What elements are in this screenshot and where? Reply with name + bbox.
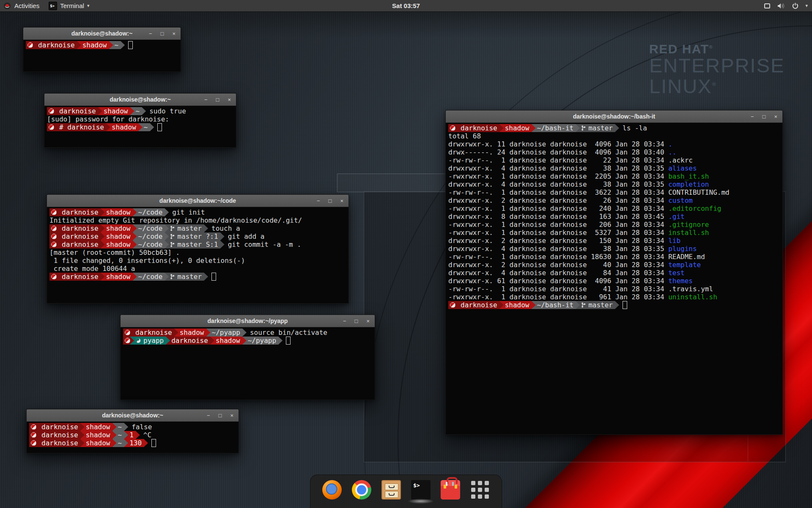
maximize-button[interactable]: □ xyxy=(329,198,332,204)
prompt-segment: master S:1 xyxy=(165,240,224,248)
window-titlebar[interactable]: darknoise@shadow:~/pyapp−□× xyxy=(121,315,375,327)
window-titlebar[interactable]: darknoise@shadow:~/bash-it−□× xyxy=(446,110,782,123)
minimize-button[interactable]: − xyxy=(149,31,152,36)
window-titlebar[interactable]: darknoise@shadow:~/code−□× xyxy=(47,195,348,207)
desktop: RED HAT® ENTERPRISE LINUX® Activities $>… xyxy=(0,0,812,508)
prompt-segment: shadow xyxy=(101,273,137,281)
maximize-button[interactable]: □ xyxy=(355,318,358,324)
file-name: CONTRIBUTING.md xyxy=(668,188,730,196)
terminal-window-home-small[interactable]: darknoise@shadow:~−□×darknoiseshadow~ xyxy=(23,27,181,72)
tool xyxy=(452,482,454,486)
terminal-body[interactable]: darknoiseshadow~falsedarknoiseshadow~1^C… xyxy=(27,422,239,448)
redhat-prompt-icon xyxy=(125,330,130,335)
close-button[interactable]: × xyxy=(366,318,370,324)
drawer xyxy=(385,483,398,490)
window-title: darknoise@shadow:~ xyxy=(102,412,163,419)
terminal-line: drwxrwxr-x. 4 darknoise darknoise 38 Jan… xyxy=(448,180,780,188)
terminal-line: pyappdarknoiseshadow~/pyapp xyxy=(123,337,372,345)
terminal-line: drwxrwxr-x. 2 darknoise darknoise 40 Jan… xyxy=(448,261,780,269)
prompt-segment: shadow xyxy=(101,232,137,240)
file-manager-icon[interactable] xyxy=(381,480,401,500)
terminal-line: darknoiseshadow~/pyappsource bin/activat… xyxy=(123,329,372,337)
file-name: plugins xyxy=(668,245,697,253)
terminal-app-icon: $> xyxy=(49,2,57,10)
terminal-body[interactable]: darknoiseshadow~ xyxy=(23,40,181,50)
maximize-button[interactable]: □ xyxy=(216,97,219,102)
terminal-body[interactable]: darknoiseshadow~sudo true[sudo] password… xyxy=(44,106,236,133)
display-icon xyxy=(764,3,771,9)
minimize-button[interactable]: − xyxy=(204,97,208,102)
terminal-window-bashit[interactable]: darknoise@shadow:~/bash-it−□×darknoisesh… xyxy=(445,110,783,435)
system-status-area[interactable]: ▾ xyxy=(764,3,808,9)
close-button[interactable]: × xyxy=(230,413,233,418)
prompt-segment: master xyxy=(576,124,619,132)
minimize-button[interactable]: − xyxy=(343,318,346,324)
prompt-segment: darknoise xyxy=(130,329,178,337)
file-name: .travis.yml xyxy=(668,285,713,293)
terminal-line: drwxrwxr-x. 2 darknoise darknoise 26 Jan… xyxy=(448,196,780,204)
terminal-line: Initialized empty Git repository in /hom… xyxy=(49,216,346,224)
terminal-body[interactable]: darknoiseshadow~/codegit initInitialized… xyxy=(47,207,348,282)
prompt-segment: # darknoise xyxy=(54,123,110,131)
terminal-line: total 68 xyxy=(448,132,780,140)
window-titlebar[interactable]: darknoise@shadow:~−□× xyxy=(44,94,236,106)
maximize-button[interactable]: □ xyxy=(763,114,766,119)
clasp xyxy=(455,485,457,489)
maximize-button[interactable]: □ xyxy=(219,413,222,418)
terminal-line: -rwxrwxr-x. 1 darknoise darknoise 5327 J… xyxy=(448,229,780,237)
command-text: git init xyxy=(172,208,205,216)
minimize-button[interactable]: − xyxy=(317,198,320,204)
terminal-line: # darknoiseshadow~ xyxy=(47,123,233,131)
file-name: uninstall.sh xyxy=(668,293,717,301)
terminal-window-code[interactable]: darknoise@shadow:~/code−□×darknoiseshado… xyxy=(47,194,349,304)
close-button[interactable]: × xyxy=(340,198,343,204)
terminal-window-sudo[interactable]: darknoise@shadow:~−□×darknoiseshadow~sud… xyxy=(44,93,236,148)
prompt-segment: darknoise xyxy=(54,107,102,115)
minimize-button[interactable]: − xyxy=(751,114,754,119)
command-text: git commit -a -m . xyxy=(228,240,301,248)
prompt-segment: master xyxy=(165,224,208,232)
terminal-icon[interactable]: $> xyxy=(411,480,431,500)
terminal-line: -rwxrwxr-x. 1 darknoise darknoise 206 Ja… xyxy=(448,221,780,229)
terminal-cursor xyxy=(623,301,627,309)
terminal-line: drwxrwxr-x. 4 darknoise darknoise 84 Jan… xyxy=(448,269,780,277)
prompt-segment: pyapp xyxy=(130,337,170,345)
redhat-prompt-icon xyxy=(27,42,33,48)
terminal-cursor xyxy=(157,123,162,131)
redhat-prompt-icon xyxy=(51,226,57,231)
clasp xyxy=(444,485,446,489)
firefox-icon[interactable] xyxy=(322,480,342,500)
terminal-line: drwxrwxr-x. 4 darknoise darknoise 38 Jan… xyxy=(448,164,780,172)
close-button[interactable]: × xyxy=(172,31,176,36)
terminal-line: darknoiseshadow~/codemaster xyxy=(49,273,346,281)
git-branch-icon xyxy=(581,302,586,308)
terminal-window-pyapp[interactable]: darknoise@shadow:~/pyapp−□×darknoiseshad… xyxy=(120,315,375,400)
redhat-prompt-icon xyxy=(450,125,455,131)
terminal-window-exitcodes[interactable]: darknoise@shadow:~−□×darknoiseshadow~fal… xyxy=(26,409,239,453)
command-text: source bin/activate xyxy=(250,329,327,337)
minimize-button[interactable]: − xyxy=(207,413,210,418)
prompt-segment: ~/code xyxy=(133,240,169,248)
redhat-prompt-icon xyxy=(51,274,57,279)
window-titlebar[interactable]: darknoise@shadow:~−□× xyxy=(27,409,239,422)
file-name: .editorconfig xyxy=(668,204,721,213)
prompt-segment: darknoise xyxy=(36,431,85,439)
toolbox-icon[interactable] xyxy=(441,480,460,500)
prompt-segment: ~/code xyxy=(133,232,169,240)
close-button[interactable]: × xyxy=(774,114,777,119)
clock[interactable]: Sat 03:57 xyxy=(392,2,420,9)
prompt-segment: darknoise xyxy=(33,41,81,49)
redhat-prompt-icon xyxy=(31,440,36,446)
maximize-button[interactable]: □ xyxy=(161,31,164,36)
close-button[interactable]: × xyxy=(228,97,231,102)
redhat-prompt-icon xyxy=(49,124,54,130)
activities-label: Activities xyxy=(14,2,39,9)
window-titlebar[interactable]: darknoise@shadow:~−□× xyxy=(23,28,181,40)
command-text: ls -la xyxy=(623,124,647,132)
activities-button[interactable]: Activities xyxy=(0,2,39,10)
chrome-icon[interactable] xyxy=(352,480,371,500)
app-grid-icon[interactable] xyxy=(470,480,490,500)
terminal-body[interactable]: darknoiseshadow~/bash-itmasterls -latota… xyxy=(446,123,782,310)
app-menu-terminal[interactable]: $> Terminal ▾ xyxy=(49,2,89,10)
terminal-body[interactable]: darknoiseshadow~/pyappsource bin/activat… xyxy=(121,327,375,346)
